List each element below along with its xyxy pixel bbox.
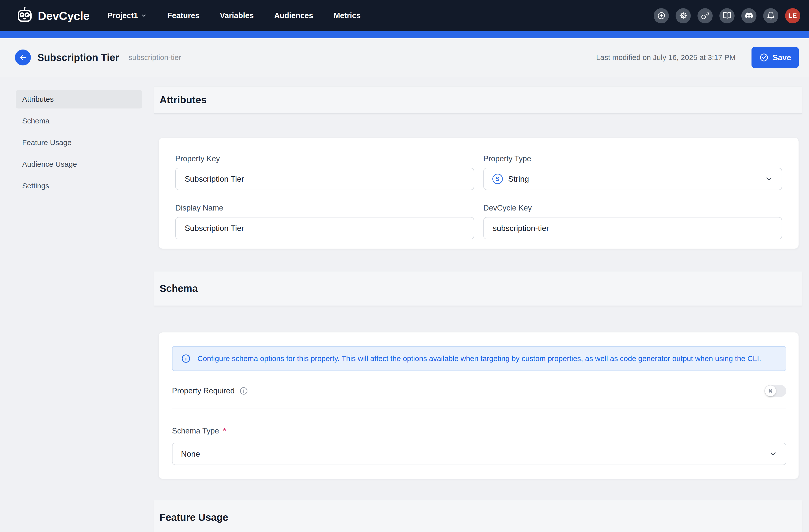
property-type-field-group: Property Type S String bbox=[483, 154, 782, 190]
display-name-field-group: Display Name bbox=[175, 203, 474, 240]
nav-item-variables[interactable]: Variables bbox=[220, 11, 254, 20]
nav-item-audiences[interactable]: Audiences bbox=[274, 11, 313, 20]
brand-name: DevCycle bbox=[38, 9, 90, 23]
required-asterisk: * bbox=[223, 426, 226, 436]
api-keys-button[interactable] bbox=[698, 8, 713, 23]
attributes-card: Property Key Property Type S String bbox=[158, 138, 799, 249]
property-type-value: String bbox=[508, 174, 529, 184]
accent-bar bbox=[0, 31, 809, 38]
attributes-heading: Attributes bbox=[159, 94, 207, 106]
sidebar-item-attributes[interactable]: Attributes bbox=[16, 90, 142, 108]
page-key: subscription-tier bbox=[128, 53, 181, 62]
docs-button[interactable] bbox=[719, 8, 735, 23]
schema-section-header: Schema bbox=[154, 271, 802, 306]
save-button[interactable]: Save bbox=[752, 47, 799, 68]
schema-type-label: Schema Type * bbox=[172, 426, 786, 436]
user-avatar[interactable]: LE bbox=[785, 8, 800, 23]
property-required-toggle[interactable] bbox=[764, 385, 786, 397]
schema-info-banner: Configure schema options for this proper… bbox=[172, 346, 786, 371]
feature-usage-heading: Feature Usage bbox=[159, 512, 228, 523]
schema-heading: Schema bbox=[159, 283, 197, 294]
info-icon bbox=[181, 354, 191, 363]
key-icon bbox=[701, 12, 709, 20]
page-title: Subscription Tier bbox=[37, 52, 119, 63]
settings-button[interactable] bbox=[675, 8, 691, 23]
check-circle-icon bbox=[759, 53, 769, 62]
nav-item-metrics[interactable]: Metrics bbox=[333, 11, 361, 20]
devcycle-robot-icon bbox=[15, 6, 34, 25]
plus-circle-icon bbox=[657, 12, 666, 20]
top-navbar: DevCycle Project1 Features Variables Aud… bbox=[0, 0, 809, 31]
chevron-down-icon bbox=[141, 13, 147, 19]
page-header: Subscription Tier subscription-tier Last… bbox=[0, 38, 809, 77]
property-key-input[interactable] bbox=[175, 168, 474, 190]
chevron-down-icon bbox=[769, 450, 777, 458]
schema-info-text: Configure schema options for this proper… bbox=[197, 354, 761, 363]
book-open-icon bbox=[723, 12, 731, 20]
project-selector[interactable]: Project1 bbox=[107, 11, 147, 20]
display-name-label: Display Name bbox=[175, 203, 474, 213]
arrow-left-icon bbox=[19, 53, 27, 62]
sidebar-item-schema[interactable]: Schema bbox=[16, 112, 142, 130]
navbar-actions: LE bbox=[654, 8, 800, 23]
section-sidebar: Attributes Schema Feature Usage Audience… bbox=[16, 90, 142, 198]
schema-card: Configure schema options for this proper… bbox=[158, 332, 799, 479]
attributes-section-header: Attributes bbox=[154, 86, 802, 114]
devcycle-key-label: DevCycle Key bbox=[483, 203, 782, 213]
save-button-label: Save bbox=[773, 53, 791, 62]
display-name-input[interactable] bbox=[175, 217, 474, 240]
property-key-label: Property Key bbox=[175, 154, 474, 163]
last-modified-text: Last modified on July 16, 2025 at 3:17 P… bbox=[596, 53, 736, 62]
property-required-row: Property Required bbox=[172, 385, 786, 397]
back-button[interactable] bbox=[15, 50, 31, 66]
discord-icon bbox=[745, 12, 753, 20]
property-key-field-group: Property Key bbox=[175, 154, 474, 190]
string-type-icon: S bbox=[493, 174, 503, 184]
project-name: Project1 bbox=[107, 11, 138, 20]
x-icon bbox=[768, 388, 773, 393]
devcycle-key-input[interactable] bbox=[483, 217, 782, 240]
sidebar-item-settings[interactable]: Settings bbox=[16, 177, 142, 195]
nav-links: Project1 Features Variables Audiences Me… bbox=[107, 11, 361, 20]
devcycle-key-field-group: DevCycle Key bbox=[483, 203, 782, 240]
schema-type-value: None bbox=[181, 449, 200, 459]
info-icon[interactable] bbox=[239, 387, 248, 395]
discord-button[interactable] bbox=[741, 8, 756, 23]
sidebar-item-audience-usage[interactable]: Audience Usage bbox=[16, 155, 142, 174]
create-button[interactable] bbox=[654, 8, 669, 23]
feature-usage-section-header: Feature Usage bbox=[154, 500, 802, 532]
schema-type-select[interactable]: None bbox=[172, 443, 786, 465]
schema-divider bbox=[172, 409, 786, 409]
property-required-label: Property Required bbox=[172, 387, 235, 395]
bell-icon bbox=[767, 12, 775, 20]
gear-icon bbox=[679, 12, 688, 20]
property-type-label: Property Type bbox=[483, 154, 782, 163]
notifications-button[interactable] bbox=[763, 8, 778, 23]
devcycle-logo[interactable]: DevCycle bbox=[15, 6, 90, 25]
chevron-down-icon bbox=[765, 175, 773, 183]
sidebar-item-feature-usage[interactable]: Feature Usage bbox=[16, 134, 142, 152]
nav-item-features[interactable]: Features bbox=[167, 11, 200, 20]
property-type-select[interactable]: S String bbox=[483, 168, 782, 190]
